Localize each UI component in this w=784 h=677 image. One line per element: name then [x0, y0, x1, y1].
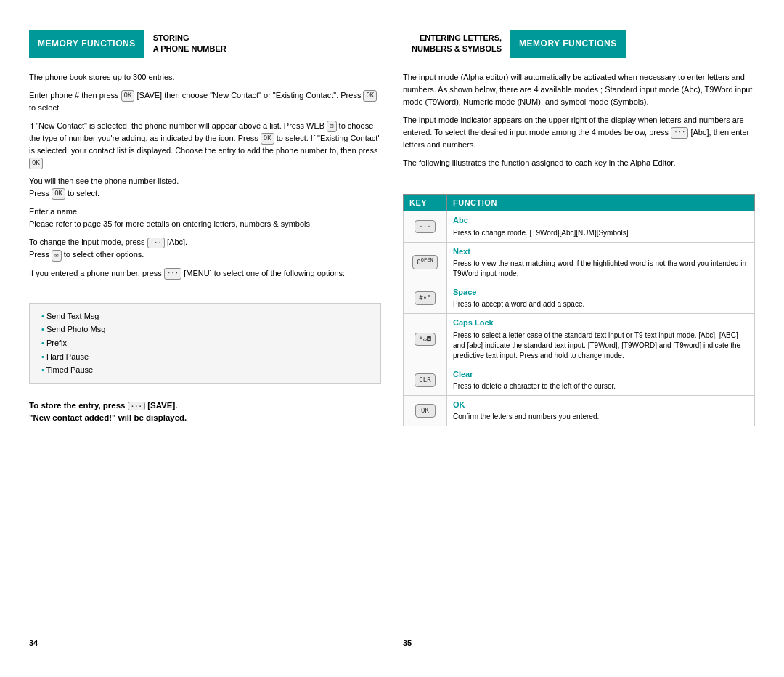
key-cell: CLR [404, 365, 447, 395]
func-label: Space [453, 287, 748, 298]
key-icon: #•° [415, 291, 435, 305]
left-subtitle-line2: A PHONE NUMBER [153, 44, 226, 54]
left-p2: If "New Contact" is selected, the phone … [29, 120, 381, 169]
right-header: ENTERING LETTERS, NUMBERS & SYMBOLS MEMO… [403, 30, 755, 58]
right-subtitle-line2: NUMBERS & SYMBOLS [412, 44, 502, 54]
save-section: To store the entry, press ··· [SAVE]. "N… [29, 401, 381, 425]
function-table: KEY FUNCTION ··· Abc Press to change mod… [403, 194, 755, 426]
key-cell: #•° [404, 283, 447, 313]
left-intro: The phone book stores up to 300 entries. [29, 71, 381, 84]
col-key-header: KEY [404, 195, 447, 211]
func-label: Caps Lock [453, 317, 748, 328]
left-header-title: MEMORY FUNCTIONS [29, 30, 144, 58]
right-p2: The input mode indicator appears on the … [403, 114, 755, 151]
ok-btn-inline: OK [121, 90, 135, 102]
key-cell: OK [404, 396, 447, 426]
save-line1: To store the entry, press ··· [SAVE]. [29, 401, 381, 410]
left-header: MEMORY FUNCTIONS STORING A PHONE NUMBER [29, 30, 381, 58]
key-cell: 0OPEN [404, 242, 447, 283]
func-desc: Press to accept a word and add a space. [453, 299, 748, 309]
key-cell: ··· [404, 211, 447, 242]
func-cell: Abc Press to change mode. [T9Word][Abc][… [447, 211, 755, 242]
right-header-subtitle: ENTERING LETTERS, NUMBERS & SYMBOLS [403, 30, 510, 58]
func-cell: Next Press to view the next matching wor… [447, 242, 755, 283]
table-row: OK OK Confirm the letters and numbers yo… [404, 396, 755, 426]
func-desc: Press to select a letter case of the sta… [453, 331, 748, 361]
left-body: The phone book stores up to 300 entries.… [29, 71, 381, 285]
right-page-number: 35 [403, 631, 755, 647]
key-icon: CLR [415, 373, 435, 387]
key-icon: 0OPEN [412, 255, 437, 269]
bullet-item: Hard Pause [41, 350, 369, 364]
left-subtitle-line1: STORING [153, 33, 226, 44]
ok-btn-inline3: OK [261, 133, 274, 145]
bullet-item: Send Text Msg [41, 309, 369, 323]
func-desc: Press to change mode. [T9Word][Abc][NUM]… [453, 228, 748, 238]
func-cell: OK Confirm the letters and numbers you e… [447, 396, 755, 426]
key-cell: *◇◘ [404, 314, 447, 365]
table-row: ··· Abc Press to change mode. [T9Word][A… [404, 211, 755, 242]
right-p3: The following illustrates the function a… [403, 157, 755, 169]
save-btn: ··· [128, 402, 145, 410]
env-btn: ✉ [52, 250, 61, 262]
bullet-list: Send Text Msg Send Photo Msg Prefix Hard… [41, 309, 369, 377]
left-page-number: 34 [29, 631, 381, 647]
left-column: MEMORY FUNCTIONS STORING A PHONE NUMBER … [29, 30, 381, 647]
left-p1: Enter phone # then press OK [SAVE] then … [29, 89, 381, 114]
menu-btn: ··· [147, 238, 165, 249]
left-p3: You will then see the phone number liste… [29, 175, 381, 200]
bullet-item: Prefix [41, 336, 369, 350]
save-line2: "New contact added!" will be displayed. [29, 413, 381, 422]
ok-btn-inline5: OK [52, 188, 65, 200]
bullet-item: Timed Pause [41, 363, 369, 377]
func-label: OK [453, 400, 748, 410]
left-p6: If you entered a phone number, press ···… [29, 267, 381, 280]
left-p5: To change the input mode, press ··· [Abc… [29, 236, 381, 261]
web-btn: ⊡ [327, 121, 336, 132]
right-subtitle-line1: ENTERING LETTERS, [412, 33, 502, 44]
func-desc: Confirm the letters and numbers you ente… [453, 412, 748, 422]
right-p1: The input mode (Alpha editor) will autom… [403, 71, 755, 108]
ok-btn-inline2: OK [363, 90, 377, 102]
ok-btn-inline4: OK [29, 158, 43, 169]
func-cell: Caps Lock Press to select a letter case … [447, 314, 755, 365]
bullet-box: Send Text Msg Send Photo Msg Prefix Hard… [29, 303, 381, 384]
col-function-header: FUNCTION [447, 195, 755, 211]
key-icon: ··· [415, 220, 435, 234]
key-icon: OK [415, 404, 436, 418]
table-row: 0OPEN Next Press to view the next matchi… [404, 242, 755, 283]
func-cell: Clear Press to delete a character to the… [447, 365, 755, 395]
right-column: ENTERING LETTERS, NUMBERS & SYMBOLS MEMO… [403, 30, 755, 647]
func-cell: Space Press to accept a word and add a s… [447, 283, 755, 313]
right-header-title: MEMORY FUNCTIONS [510, 30, 626, 58]
page-container: MEMORY FUNCTIONS STORING A PHONE NUMBER … [15, 15, 769, 662]
func-label: Next [453, 246, 748, 257]
func-desc: Press to delete a character to the left … [453, 381, 748, 392]
left-p4: Enter a name. Please refer to page 35 fo… [29, 206, 381, 230]
menu-btn2: ··· [164, 268, 181, 280]
left-header-subtitle: STORING A PHONE NUMBER [144, 30, 235, 58]
key-icon: *◇◘ [415, 333, 435, 346]
func-label: Abc [453, 215, 748, 226]
right-body: The input mode (Alpha editor) will autom… [403, 71, 755, 175]
bullet-item: Send Photo Msg [41, 323, 369, 336]
dots-btn: ··· [671, 127, 688, 139]
func-label: Clear [453, 369, 748, 380]
table-row: CLR Clear Press to delete a character to… [404, 365, 755, 395]
table-row: #•° Space Press to accept a word and add… [404, 283, 755, 313]
table-row: *◇◘ Caps Lock Press to select a letter c… [404, 314, 755, 365]
func-desc: Press to view the next matching word if … [453, 259, 748, 279]
